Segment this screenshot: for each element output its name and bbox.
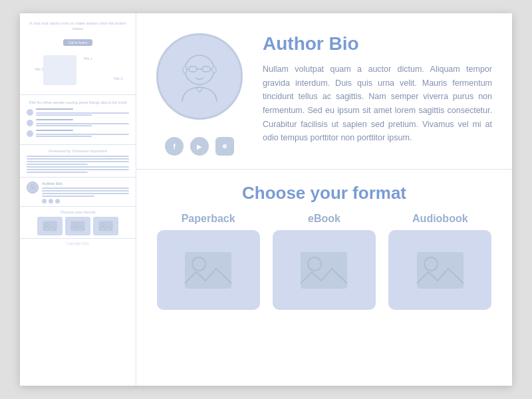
instagram-icon[interactable]: ⊕ bbox=[215, 137, 234, 156]
testimonial-text-line-3a bbox=[36, 134, 129, 135]
page-container: A cool and catchy intro to make visitors… bbox=[0, 0, 532, 399]
social-icon-small-1 bbox=[42, 199, 47, 203]
author-info: Author Bio Nullam volutpat quam a auctor… bbox=[263, 33, 492, 145]
hero-section-small: A cool and catchy intro to make visitors… bbox=[20, 13, 136, 95]
svg-rect-19 bbox=[417, 252, 464, 289]
foreword-section-small: Foreword by Someone Important bbox=[20, 145, 136, 178]
testimonial-text-line-2a bbox=[36, 123, 129, 124]
social-icon-small-2 bbox=[49, 199, 53, 203]
format-option-ebook: eBook bbox=[272, 213, 376, 310]
hero-button-small[interactable]: Call to Action bbox=[63, 39, 92, 46]
foreword-line-3 bbox=[27, 161, 129, 162]
format-section: Choose your format Paperback bbox=[136, 170, 512, 386]
author-bio-title-small: Author Bio bbox=[42, 182, 129, 186]
avatar-small-3 bbox=[27, 130, 33, 137]
right-column: f ▶ ⊕ Author Bio Nullam volutpat quam a … bbox=[136, 13, 512, 386]
format-img-paperback-small bbox=[37, 217, 63, 235]
author-bio-line-4 bbox=[42, 196, 94, 197]
svg-point-13 bbox=[183, 66, 187, 73]
mini-label-title2: Title 2 bbox=[35, 67, 43, 71]
author-avatar-small bbox=[27, 182, 39, 194]
foreword-line-2 bbox=[27, 158, 129, 160]
format-img-ebook-small bbox=[65, 217, 90, 235]
testimonial-text-line-1b bbox=[36, 114, 92, 116]
avatar-small-2 bbox=[27, 120, 33, 126]
mini-card-area: Title 1 Title 2 Title 3 bbox=[27, 53, 129, 89]
format-option-paperback: Paperback bbox=[156, 213, 260, 310]
author-bio-heading: Author Bio bbox=[263, 33, 492, 55]
testimonial-item-1 bbox=[27, 108, 129, 116]
svg-rect-3 bbox=[71, 221, 84, 231]
author-social-small bbox=[42, 199, 129, 203]
svg-rect-15 bbox=[185, 252, 231, 289]
svg-rect-17 bbox=[301, 252, 347, 289]
foreword-line-6 bbox=[27, 169, 129, 170]
testimonial-name-line-2 bbox=[36, 119, 73, 120]
author-avatar-large bbox=[156, 33, 243, 120]
foreword-title-small: Foreword by Someone Important bbox=[27, 149, 129, 153]
author-bio-line-2 bbox=[42, 190, 129, 192]
avatar-small-1 bbox=[27, 109, 33, 116]
author-social-large: f ▶ ⊕ bbox=[165, 137, 234, 156]
social-icon-small-3 bbox=[55, 199, 60, 203]
format-label-ebook: eBook bbox=[308, 213, 340, 225]
format-img-audiobook-small bbox=[93, 217, 118, 235]
format-image-ebook[interactable] bbox=[273, 230, 376, 310]
format-images-small bbox=[25, 217, 130, 235]
mini-card bbox=[43, 55, 76, 85]
format-title-small: Choose your format bbox=[25, 210, 130, 214]
mini-label-title3: Title 3 bbox=[114, 76, 122, 80]
author-bio-text: Nullam volutpat quam a auctor dictum. Al… bbox=[263, 63, 492, 145]
testimonials-section-small: Title for other people saying great thin… bbox=[20, 95, 136, 146]
testimonial-text-line-2b bbox=[36, 125, 92, 126]
author-bio-line-3 bbox=[42, 193, 129, 194]
format-section-small: Choose your format bbox=[20, 207, 136, 239]
format-heading: Choose your format bbox=[156, 183, 492, 203]
format-label-audiobook: Audiobook bbox=[412, 213, 468, 225]
format-image-audiobook[interactable] bbox=[388, 230, 491, 310]
foreword-line-5 bbox=[27, 166, 129, 168]
testimonial-item-2 bbox=[27, 119, 129, 126]
copyright-small: Copyright 20xx bbox=[20, 239, 136, 248]
svg-point-14 bbox=[212, 66, 216, 73]
author-bio-section-small: Author Bio bbox=[20, 178, 136, 207]
play-icon[interactable]: ▶ bbox=[190, 137, 209, 156]
left-column: A cool and catchy intro to make visitors… bbox=[20, 13, 136, 386]
svg-point-0 bbox=[31, 185, 35, 188]
svg-rect-1 bbox=[43, 221, 57, 231]
mini-label-title1: Title 1 bbox=[83, 57, 92, 61]
testimonial-item-3 bbox=[27, 130, 129, 137]
testimonial-text-line-3b bbox=[36, 136, 92, 137]
foreword-line-4 bbox=[27, 164, 88, 165]
facebook-icon[interactable]: f bbox=[165, 137, 184, 156]
testimonial-name-line-3 bbox=[36, 130, 73, 131]
testimonial-name-line-1 bbox=[36, 108, 73, 110]
format-image-paperback[interactable] bbox=[157, 230, 260, 310]
wireframe-page: A cool and catchy intro to make visitors… bbox=[20, 13, 512, 386]
hero-title-small: A cool and catchy intro to make visitors… bbox=[27, 21, 129, 32]
svg-rect-5 bbox=[99, 221, 112, 231]
format-options: Paperback eBook bbox=[156, 213, 492, 310]
testimonial-text-line-1a bbox=[36, 112, 129, 114]
author-bio-line-1 bbox=[42, 188, 129, 189]
testimonials-title-small: Title for other people saying great thin… bbox=[27, 100, 129, 106]
author-bio-section: f ▶ ⊕ Author Bio Nullam volutpat quam a … bbox=[136, 13, 512, 170]
format-label-paperback: Paperback bbox=[182, 213, 235, 225]
foreword-line-7 bbox=[27, 172, 88, 173]
format-option-audiobook: Audiobook bbox=[388, 213, 492, 310]
foreword-line-1 bbox=[27, 156, 129, 157]
